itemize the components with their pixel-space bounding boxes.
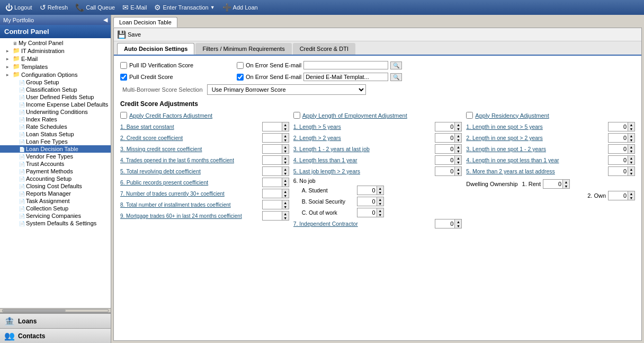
email-button[interactable]: ✉ E-Mail: [119, 2, 150, 13]
spinner-input-1-8[interactable]: [263, 201, 282, 208]
spin-up-1-6[interactable]: ▲: [282, 178, 289, 182]
spin-down-1-5[interactable]: ▼: [282, 171, 289, 175]
dwelling-rent-down[interactable]: ▼: [563, 184, 569, 188]
emp-sub-down-6c[interactable]: ▼: [377, 213, 383, 217]
emp-spin-down-3[interactable]: ▼: [455, 149, 461, 153]
spin-up-1-2[interactable]: ▲: [282, 134, 289, 138]
spin-up-1-9[interactable]: ▲: [282, 212, 289, 216]
on-error-checkbox-2[interactable]: [237, 74, 244, 81]
emp-sub-down-6b[interactable]: ▼: [377, 201, 383, 206]
emp-spinner-input-1[interactable]: [435, 123, 454, 130]
sidebar-item-classification-setup[interactable]: 📄Classification Setup: [0, 86, 111, 93]
res-spin-up-2[interactable]: ▲: [628, 134, 634, 138]
loan-decision-table-tab[interactable]: Loan Decision Table: [113, 17, 177, 28]
emp-label-1[interactable]: 1. Length > 5 years: [293, 124, 433, 130]
res-spinner-input-3[interactable]: [609, 145, 628, 153]
spinner-input-1-6[interactable]: [263, 179, 282, 186]
res-spin-down-3[interactable]: ▼: [628, 149, 634, 153]
res-spin-up-3[interactable]: ▲: [628, 145, 634, 149]
sidebar-item-task-assignment[interactable]: 📄Task Assignment: [0, 197, 111, 205]
save-button[interactable]: 💾 Save: [117, 30, 141, 39]
res-spin-down-4[interactable]: ▼: [628, 160, 634, 164]
res-spinner-input-5[interactable]: [609, 168, 628, 175]
emp-label-7[interactable]: 7. Independent Contractor: [293, 221, 433, 227]
sidebar-scrollbar[interactable]: [0, 308, 111, 312]
on-error-email-input-2[interactable]: [303, 73, 388, 81]
emp-sub-input-6c[interactable]: [357, 209, 377, 216]
spinner-input-1-1[interactable]: [263, 123, 282, 130]
adj-label-1-8[interactable]: 8. Total number of installment trades co…: [120, 202, 260, 208]
enter-transaction-button[interactable]: ⚙ Enter Transaction ▼: [151, 2, 218, 13]
res-spin-down-1[interactable]: ▼: [628, 127, 634, 131]
emp-spin-up-1[interactable]: ▲: [455, 122, 461, 127]
sidebar-item-configuration-options[interactable]: ▸📁Configuration Options: [0, 71, 111, 78]
sidebar-item-vendor-fee-types[interactable]: 📄Vendor Fee Types: [0, 153, 111, 160]
emp-spinner-input-4[interactable]: [435, 156, 454, 164]
sidebar-item-income-expense-label-defaults[interactable]: 📄Income Expense Label Defaults: [0, 101, 111, 108]
emp-spinner-input-7[interactable]: [435, 220, 454, 227]
res-spin-down-2[interactable]: ▼: [628, 138, 634, 142]
spinner-input-1-2[interactable]: [263, 134, 282, 142]
spin-up-1-4[interactable]: ▲: [282, 156, 289, 160]
spinner-input-1-9[interactable]: [263, 212, 282, 219]
sidebar-item-loan-status-setup[interactable]: 📄Loan Status Setup: [0, 130, 111, 138]
res-spin-up-4[interactable]: ▲: [628, 156, 634, 160]
spin-down-1-2[interactable]: ▼: [282, 138, 289, 142]
sidebar-item-servicing-companies[interactable]: 📄Servicing Companies: [0, 212, 111, 219]
emp-sub-input-6b[interactable]: [357, 198, 377, 205]
emp-sub-up-6a[interactable]: ▲: [377, 186, 383, 190]
emp-label-4[interactable]: 4. Length less than 1 year: [293, 157, 433, 163]
adj-label-1-3[interactable]: 3. Missing credit score coefficient: [120, 146, 260, 152]
emp-spin-up-3[interactable]: ▲: [455, 145, 461, 149]
sidebar-item-user-defined-fields-setup[interactable]: 📄User Defined Fields Setup: [0, 93, 111, 101]
emp-label-5[interactable]: 5. Last job length > 2 years: [293, 168, 433, 174]
emp-spin-down-1[interactable]: ▼: [455, 127, 461, 131]
multi-borrower-select[interactable]: Use Primary Borrower Score Use Lowest Sc…: [207, 84, 366, 95]
adj-label-1-9[interactable]: 9. Mortgage trades 60+ in last 24 months…: [120, 213, 260, 219]
res-label-3[interactable]: 3. Length in one spot 1 - 2 years: [466, 146, 606, 152]
emp-spinner-input-3[interactable]: [435, 145, 454, 153]
emp-spin-up-5[interactable]: ▲: [455, 167, 461, 171]
dwelling-own-input[interactable]: [609, 192, 628, 199]
sidebar-item-templates[interactable]: ▸📁Templates: [0, 63, 111, 71]
spin-up-1-1[interactable]: ▲: [282, 122, 289, 127]
credit-factors-checkbox[interactable]: [120, 112, 127, 119]
employment-checkbox[interactable]: [293, 112, 300, 119]
sidebar-item-it-administration[interactable]: ▸📁IT Administration: [0, 47, 111, 55]
res-label-2[interactable]: 2. Length in one spot > 2 years: [466, 135, 606, 141]
sidebar-item-closing-cost-defaults[interactable]: 📄Closing Cost Defaults: [0, 182, 111, 190]
spin-down-1-6[interactable]: ▼: [282, 182, 289, 187]
tree-expander-icon[interactable]: ▸: [6, 48, 13, 54]
spin-up-1-5[interactable]: ▲: [282, 167, 289, 171]
sidebar-item-group-setup[interactable]: 📄Group Setup: [0, 78, 111, 86]
sidebar-item-accounting-setup[interactable]: 📄Accounting Setup: [0, 175, 111, 182]
spin-down-1-1[interactable]: ▼: [282, 127, 289, 131]
pull-id-checkbox[interactable]: [120, 62, 127, 69]
adj-label-1-2[interactable]: 2. Credit score coefficient: [120, 135, 260, 141]
spinner-input-1-4[interactable]: [263, 156, 282, 164]
emp-spin-up-4[interactable]: ▲: [455, 156, 461, 160]
emp-spin-up-7[interactable]: ▲: [455, 219, 461, 224]
sidebar-item-collection-setup[interactable]: 📄Collection Setup: [0, 205, 111, 212]
add-loan-button[interactable]: ➕ Add Loan: [219, 2, 261, 13]
emp-spinner-input-2[interactable]: [435, 134, 454, 142]
spin-down-1-4[interactable]: ▼: [282, 160, 289, 164]
tab-credit-score-dti[interactable]: Credit Score & DTI: [293, 43, 355, 55]
search-button-1[interactable]: 🔍: [390, 61, 402, 69]
logout-button[interactable]: ⏻ Logout: [2, 2, 35, 13]
adj-label-1-6[interactable]: 6. Public records present coefficient: [120, 179, 260, 186]
res-spin-up-1[interactable]: ▲: [628, 122, 634, 127]
employment-link[interactable]: Apply Length of Employment Adjustment: [302, 112, 407, 119]
sidebar-item-underwriting-conditions[interactable]: 📄Underwriting Conditions: [0, 108, 111, 116]
res-spinner-input-2[interactable]: [609, 134, 628, 142]
adj-label-1-7[interactable]: 7. Number of trades currently 30+ coeffi…: [120, 191, 260, 197]
contacts-panel[interactable]: 👥 Contacts: [0, 328, 111, 343]
dwelling-rent-up[interactable]: ▲: [563, 180, 569, 184]
emp-sub-up-6b[interactable]: ▲: [377, 197, 383, 201]
tree-expander-icon[interactable]: ▸: [6, 72, 13, 77]
refresh-button[interactable]: ↺ Refresh: [37, 2, 71, 13]
sidebar-item-payment-methods[interactable]: 📄Payment Methods: [0, 168, 111, 175]
tab-filters-minimum[interactable]: Filters / Minimum Requirements: [195, 43, 291, 55]
emp-spin-down-4[interactable]: ▼: [455, 160, 461, 164]
dwelling-own-down[interactable]: ▼: [628, 196, 634, 200]
